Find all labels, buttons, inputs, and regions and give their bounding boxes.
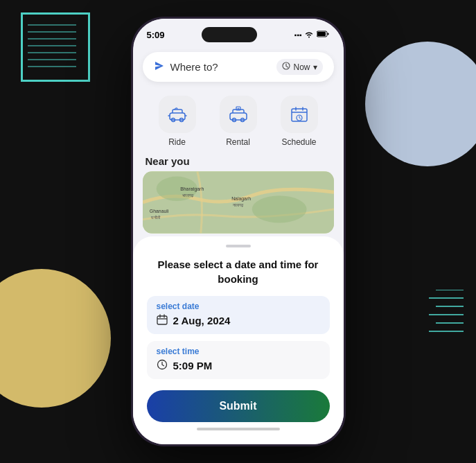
- rental-service-item[interactable]: Rental: [220, 96, 257, 147]
- svg-text:घनौली: घनौली: [150, 215, 160, 220]
- ride-label: Ride: [168, 137, 186, 147]
- ride-service-item[interactable]: Ride: [159, 96, 196, 147]
- blue-circle-decoration: [365, 42, 476, 166]
- calendar-icon: [157, 314, 168, 327]
- phone-frame: 5:09 ▪▪▪ Where to: [131, 17, 346, 446]
- sheet-title: Please select a date and time for bookin…: [147, 257, 330, 286]
- grid-lines-decoration: [28, 19, 90, 82]
- search-bar[interactable]: Where to? Now ▾: [143, 52, 334, 82]
- wifi-icon: [304, 30, 314, 40]
- svg-rect-14: [317, 32, 326, 36]
- schedule-label: Schedule: [281, 137, 316, 147]
- bottom-sheet: Please select a date and time for bookin…: [133, 236, 344, 444]
- yellow-circle-decoration: [0, 269, 111, 408]
- service-icons-row: Ride Rental Schedule: [133, 89, 344, 152]
- now-label: Now: [293, 62, 310, 72]
- lines-right-decoration: [429, 290, 464, 345]
- svg-text:भारतगढ़: भारतगढ़: [182, 193, 194, 198]
- svg-text:Nalagarh: Nalagarh: [231, 196, 251, 202]
- submit-button[interactable]: Submit: [147, 390, 330, 422]
- battery-icon: [317, 30, 329, 39]
- svg-text:नालागढ़: नालागढ़: [232, 203, 244, 208]
- rental-icon-box: [220, 96, 257, 133]
- clock-icon: [282, 62, 290, 72]
- chevron-down-icon: ▾: [313, 62, 317, 72]
- status-bar: 5:09 ▪▪▪: [133, 19, 344, 45]
- svg-rect-15: [328, 33, 329, 35]
- time-field-label: select time: [157, 347, 320, 356]
- date-field-label: select date: [157, 302, 320, 311]
- schedule-service-item[interactable]: Schedule: [281, 96, 318, 147]
- svg-text:Bharatgarh: Bharatgarh: [180, 186, 204, 192]
- date-field-value: 2 Aug, 2024: [157, 314, 320, 327]
- svg-rect-40: [157, 316, 167, 324]
- date-field[interactable]: select date 2 Aug, 2024: [147, 296, 330, 334]
- map-area: Bharatgarh भारतगढ़ Nalagarh नालागढ़ Ghan…: [143, 171, 334, 234]
- svg-text:Ghanauli: Ghanauli: [149, 209, 168, 213]
- dynamic-island: [202, 27, 257, 42]
- status-icons: ▪▪▪: [294, 30, 330, 40]
- near-you-label: Near you: [133, 152, 344, 171]
- ride-icon-box: [159, 96, 196, 133]
- now-button[interactable]: Now ▾: [276, 59, 322, 75]
- svg-point-33: [252, 195, 306, 222]
- schedule-icon-box: [281, 96, 318, 133]
- time-field[interactable]: select time 5:09 PM: [147, 341, 330, 379]
- sheet-handle: [226, 245, 251, 247]
- home-indicator: [197, 428, 280, 430]
- navigation-arrow-icon: [154, 60, 165, 74]
- rental-label: Rental: [226, 137, 250, 147]
- signal-icon: ▪▪▪: [294, 31, 302, 39]
- search-text: Where to?: [170, 61, 218, 73]
- time-clock-icon: [157, 359, 168, 372]
- status-time: 5:09: [147, 30, 165, 40]
- time-field-value: 5:09 PM: [157, 359, 320, 372]
